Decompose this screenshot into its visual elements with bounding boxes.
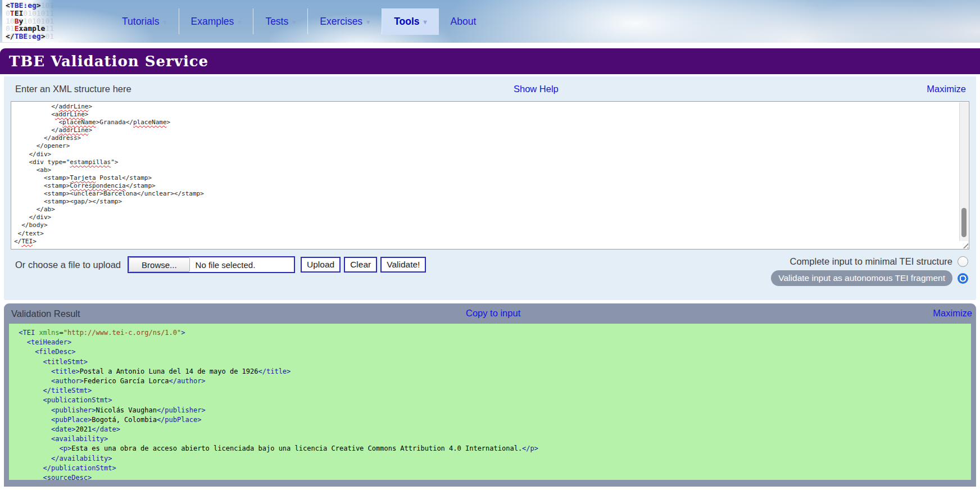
clear-button[interactable]: Clear [344, 257, 377, 273]
textarea-resize-grip-icon[interactable] [961, 241, 968, 248]
copy-to-input-link[interactable]: Copy to input [466, 308, 520, 319]
upload-label: Or choose a file to upload [15, 260, 121, 270]
nav-item-tests[interactable]: Tests▾ [253, 8, 307, 35]
nav-item-label: About [451, 16, 477, 28]
xml-input-textarea[interactable]: </addrLine> <addrLine> <placeName>Granad… [11, 101, 969, 249]
site-logo[interactable]: <TBE:eg> TEI By Example </TBE:eg> [2, 0, 53, 42]
nav-item-tools[interactable]: Tools▾ [382, 8, 438, 35]
chevron-down-icon: ▾ [366, 18, 370, 26]
page-title-bar: TBE Validation Service [0, 48, 980, 74]
controls-row: Or choose a file to upload Browse... No … [11, 256, 969, 286]
nav-item-exercises[interactable]: Exercises▾ [308, 8, 382, 35]
xml-input-content: </addrLine> <addrLine> <placeName>Granad… [12, 102, 959, 248]
chevron-down-icon: ▾ [163, 18, 166, 26]
radio-unchecked[interactable] [958, 256, 968, 267]
top-navigation-bar: <TBE:eg> TEI By Example </TBE:eg> Tutori… [0, 0, 980, 43]
nav-item-label: Tests [265, 16, 288, 28]
nav-item-about[interactable]: About [439, 8, 488, 35]
file-upload-group: Or choose a file to upload Browse... No … [15, 256, 426, 273]
main-nav: Tutorials▾Examples▾Tests▾Exercises▾Tools… [0, 0, 980, 43]
input-panel-heading: Enter an XML structure here [15, 84, 131, 94]
chevron-down-icon: ▾ [292, 18, 296, 26]
option-label: Validate input as autonomous TEI fragmen… [771, 270, 952, 286]
result-panel-header: Validation Result Copy to input Maximize [4, 303, 976, 324]
file-input[interactable]: Browse... No file selected. [128, 256, 295, 273]
browse-button[interactable]: Browse... [129, 257, 190, 272]
file-status-text: No file selected. [190, 260, 256, 270]
radio-checked[interactable] [958, 273, 968, 284]
show-help-link[interactable]: Show Help [514, 84, 559, 94]
page-title: TBE Validation Service [9, 53, 208, 70]
option-label: Complete input to minimal TEI structure [790, 256, 952, 267]
result-panel-heading: Validation Result [11, 308, 80, 319]
validation-mode-options: Complete input to minimal TEI structureV… [771, 256, 968, 286]
input-panel-header: Enter an XML structure here Show Help Ma… [11, 83, 969, 98]
nav-item-label: Examples [191, 16, 234, 28]
result-maximize-link[interactable]: Maximize [933, 308, 972, 319]
validation-result-panel: Validation Result Copy to input Maximize… [4, 303, 976, 487]
nav-item-label: Exercises [320, 16, 362, 28]
nav-item-tutorials[interactable]: Tutorials▾ [110, 8, 179, 35]
nav-item-examples[interactable]: Examples▾ [179, 8, 253, 35]
validate-button[interactable]: Validate! [380, 257, 426, 273]
validation-option-autonomous-fragment[interactable]: Validate input as autonomous TEI fragmen… [771, 270, 968, 286]
upload-button[interactable]: Upload [301, 257, 341, 273]
editor-scrollbar[interactable] [959, 102, 968, 241]
nav-item-label: Tutorials [122, 16, 159, 28]
validation-option-complete-input[interactable]: Complete input to minimal TEI structure [790, 256, 968, 267]
chevron-down-icon: ▾ [238, 18, 241, 26]
nav-item-label: Tools [394, 16, 419, 28]
chevron-down-icon: ▾ [424, 18, 427, 26]
validation-result-xml: <TEI xmlns="http://www.tei-c.org/ns/1.0"… [9, 324, 971, 480]
xml-input-panel: Enter an XML structure here Show Help Ma… [4, 76, 976, 300]
editor-scrollbar-thumb[interactable] [961, 208, 967, 237]
input-maximize-link[interactable]: Maximize [927, 84, 966, 94]
